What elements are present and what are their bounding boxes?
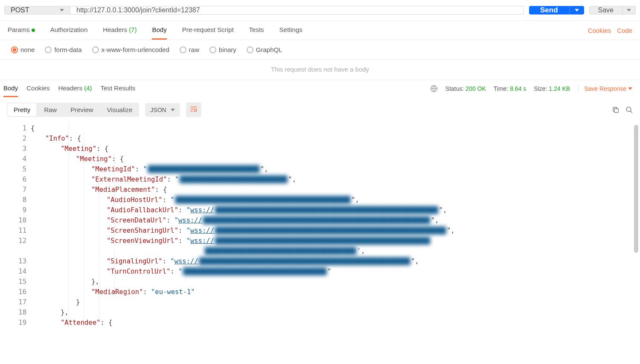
chevron-down-icon (627, 9, 631, 12)
radio-icon (209, 46, 216, 53)
code-line: "Attendee": { (31, 318, 640, 328)
send-group: Send (529, 6, 584, 14)
method-select[interactable]: POST (4, 6, 70, 14)
size[interactable]: Size: 1.24 KB (534, 85, 570, 92)
code-line: "Info": { (31, 133, 640, 144)
save-response-button[interactable]: Save Response (578, 85, 632, 92)
tab-headers[interactable]: Headers (7) (103, 21, 137, 40)
save-button[interactable]: Save (589, 6, 623, 14)
code-line: "ScreenSharingUrl": "wss://█████████████… (31, 225, 640, 236)
code-line: }, (31, 307, 640, 318)
tab-settings[interactable]: Settings (279, 21, 303, 40)
radio-none[interactable]: none (11, 46, 35, 53)
viewer-toolbar: Pretty Raw Preview Visualize JSON (0, 97, 640, 122)
viewer-toolbar-right (612, 106, 633, 114)
url-field-wrap (70, 6, 524, 14)
globe-icon[interactable] (430, 85, 438, 92)
response-header-row: Body Cookies Headers (4) Test Results St… (0, 80, 640, 97)
tab-prerequest[interactable]: Pre-request Script (182, 21, 234, 40)
send-button[interactable]: Send (529, 6, 569, 14)
svg-rect-1 (614, 109, 618, 113)
svg-point-2 (626, 107, 631, 112)
code-line: "MediaPlacement": { (31, 185, 640, 195)
radio-icon (11, 46, 18, 53)
resp-tab-body[interactable]: Body (3, 80, 18, 97)
tab-params[interactable]: Params (8, 21, 35, 40)
save-group: Save (589, 6, 636, 14)
dot-icon (32, 29, 35, 32)
radio-icon (45, 46, 52, 53)
copy-icon[interactable] (612, 106, 620, 114)
method-value: POST (11, 6, 29, 14)
chevron-down-icon (628, 87, 632, 90)
seg-visualize[interactable]: Visualize (100, 103, 140, 117)
tab-tests[interactable]: Tests (249, 21, 264, 40)
code-line: "ScreenViewingUrl": "wss://█████████████… (31, 236, 640, 256)
resp-tab-test-results[interactable]: Test Results (101, 80, 136, 97)
scrollbar-thumb[interactable] (634, 125, 638, 253)
code-line: "AudioHostUrl": "███████████████████████… (31, 195, 640, 205)
code-line: "MediaRegion": "eu-west-1" (31, 287, 640, 297)
request-tabs: Params Authorization Headers (7) Body Pr… (8, 21, 303, 40)
right-links: Cookies Code (588, 21, 632, 40)
wrap-lines-button[interactable] (186, 102, 201, 117)
save-dropdown[interactable] (623, 6, 636, 14)
tab-body[interactable]: Body (152, 21, 166, 40)
radio-urlencoded[interactable]: x-www-form-urlencoded (92, 46, 169, 53)
code-line: "SignalingUrl": "wss://█████████████████… (31, 256, 640, 266)
search-icon[interactable] (625, 106, 633, 114)
code-link[interactable]: Code (617, 22, 632, 39)
code-line: }, (31, 277, 640, 287)
code-line: "AudioFallbackUrl": "wss://█████████████… (31, 205, 640, 215)
seg-pretty[interactable]: Pretty (7, 103, 37, 117)
chevron-down-icon (60, 9, 64, 12)
code-line: } (31, 297, 640, 307)
radio-icon (92, 46, 99, 53)
code-line: "ScreenDataUrl": "wss://████████████████… (31, 215, 640, 225)
chevron-down-icon (575, 9, 579, 12)
code-line: { (31, 123, 640, 133)
seg-raw[interactable]: Raw (37, 103, 64, 117)
wrap-icon (189, 105, 198, 113)
code-line: "Meeting": { (31, 154, 640, 164)
chevron-down-icon (171, 109, 175, 111)
tab-authorization[interactable]: Authorization (50, 21, 88, 40)
cookies-link[interactable]: Cookies (588, 22, 611, 39)
resp-tab-cookies[interactable]: Cookies (26, 80, 49, 97)
response-meta: Status: 200 OK Time: 8.64 s Size: 1.24 K… (430, 85, 632, 92)
time[interactable]: Time: 8.64 s (494, 85, 527, 92)
radio-raw[interactable]: raw (180, 46, 199, 53)
code-line: "ExternalMeetingId": "██████████████████… (31, 174, 640, 185)
code-line: "Meeting": { (31, 144, 640, 154)
body-type-row: none form-data x-www-form-urlencoded raw… (0, 40, 640, 60)
code-lines: { "Info": { "Meeting": { "Meeting": { "M… (31, 122, 640, 329)
request-tabs-row: Params Authorization Headers (7) Body Pr… (0, 21, 640, 40)
resp-tab-headers[interactable]: Headers (4) (58, 80, 92, 97)
response-body-viewer[interactable]: 12345678910111213141516171819 { "Info": … (0, 122, 640, 329)
send-dropdown[interactable] (569, 6, 584, 14)
format-select[interactable]: JSON (145, 103, 180, 117)
radio-graphql[interactable]: GraphQL (247, 46, 282, 53)
seg-preview[interactable]: Preview (64, 103, 100, 117)
radio-form-data[interactable]: form-data (45, 46, 81, 53)
code-line: "TurnControlUrl": "█████████████████████… (31, 266, 640, 277)
no-body-message: This request does not have a body (0, 60, 640, 80)
radio-binary[interactable]: binary (209, 46, 236, 53)
radio-icon (247, 46, 253, 53)
url-input[interactable] (76, 6, 518, 14)
scrollbar[interactable] (634, 122, 638, 329)
request-bar: POST Send Save (0, 0, 640, 21)
view-mode-segment: Pretty Raw Preview Visualize (7, 103, 139, 117)
radio-icon (180, 46, 186, 53)
status[interactable]: Status: 200 OK (445, 85, 486, 92)
code-line: "MeetingId": "██████████████████████████… (31, 164, 640, 174)
response-tabs: Body Cookies Headers (4) Test Results (3, 80, 135, 97)
line-gutter: 12345678910111213141516171819 (0, 122, 31, 329)
